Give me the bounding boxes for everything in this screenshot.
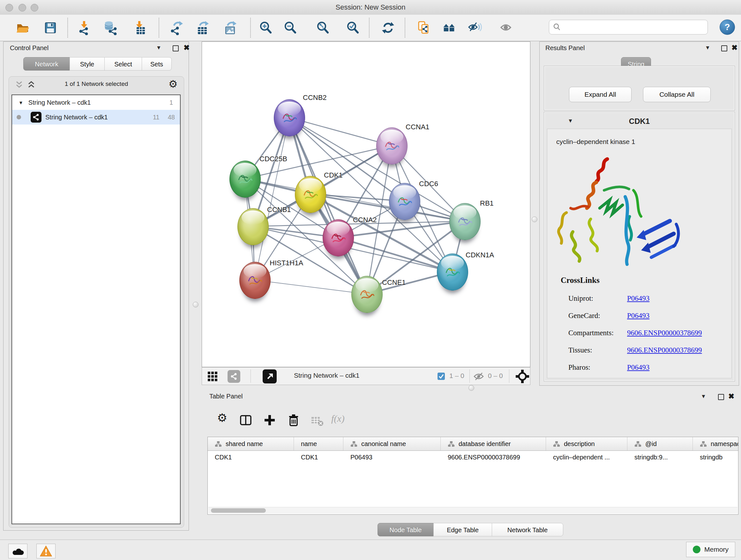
warning-icon[interactable] bbox=[37, 544, 56, 558]
network-row-selected[interactable]: String Network – cdk1 11 48 bbox=[12, 110, 180, 125]
collection-label: String Network – cdk1 bbox=[28, 99, 91, 106]
column-header-shared-name[interactable]: shared name bbox=[208, 437, 294, 450]
network-edge[interactable] bbox=[255, 280, 367, 294]
tab-style[interactable]: Style bbox=[70, 57, 105, 71]
help-icon[interactable]: ? bbox=[720, 19, 735, 35]
network-node-ccna2[interactable] bbox=[323, 219, 354, 256]
network-share-button-icon[interactable] bbox=[227, 370, 240, 383]
save-session-icon[interactable] bbox=[43, 20, 58, 35]
table-row[interactable]: CDK1CDK1P064939606.ENSP00000378699cyclin… bbox=[208, 451, 738, 463]
column-header-description[interactable]: description bbox=[546, 437, 627, 450]
export-image-icon[interactable] bbox=[223, 20, 238, 35]
collection-expand-icon[interactable]: ▼ bbox=[18, 100, 23, 105]
memory-button[interactable]: Memory bbox=[686, 542, 735, 557]
show-column-icon[interactable] bbox=[239, 413, 253, 427]
function-builder-icon[interactable]: f(x) bbox=[331, 413, 345, 424]
zoom-in-icon[interactable] bbox=[259, 20, 273, 35]
tab-sets[interactable]: Sets bbox=[142, 57, 172, 71]
tab-edge-table[interactable]: Edge Table bbox=[433, 523, 492, 537]
network-status-dot-icon bbox=[17, 115, 21, 119]
table-cell[interactable]: cyclin–dependent ... bbox=[546, 451, 627, 463]
network-node-ccnb1[interactable] bbox=[238, 208, 269, 245]
search-input[interactable] bbox=[561, 23, 704, 31]
import-network-database-icon[interactable] bbox=[104, 20, 118, 35]
column-header-name[interactable]: name bbox=[294, 437, 343, 450]
network-view-canvas[interactable]: CCNB2CCNA1CDC25BCDK1CDC6RB1CCNB1CCNA2CDK… bbox=[202, 42, 530, 367]
results-panel-close-icon[interactable]: ✖ bbox=[731, 44, 738, 51]
vertical-splitter-grip[interactable] bbox=[193, 302, 199, 307]
table-panel-close-icon[interactable]: ✖ bbox=[728, 393, 734, 399]
table-horizontal-scrollbar[interactable] bbox=[208, 507, 738, 514]
network-node-hist1h1a[interactable] bbox=[239, 262, 271, 299]
selected-checkbox-icon[interactable] bbox=[437, 373, 445, 380]
export-network-icon[interactable] bbox=[170, 20, 184, 35]
table-options-gear-icon[interactable]: ⚙ bbox=[217, 411, 227, 424]
network-node-ccna1[interactable] bbox=[376, 127, 408, 165]
column-header--id[interactable]: @id bbox=[627, 437, 693, 450]
protein-ribbon-thumbnail bbox=[235, 169, 255, 190]
crosslink-value-link[interactable]: P06493 bbox=[627, 312, 650, 320]
zoom-out-icon[interactable] bbox=[283, 20, 298, 35]
two-houses-icon[interactable] bbox=[442, 20, 456, 35]
crosslink-value-link[interactable]: 9606.ENSP00000378699 bbox=[627, 329, 702, 337]
network-node-ccnb2[interactable] bbox=[274, 99, 305, 136]
collapse-all-button[interactable]: Collapse All bbox=[643, 87, 711, 102]
crosslink-value-link[interactable]: P06493 bbox=[627, 294, 650, 302]
vertical-splitter-grip[interactable] bbox=[532, 216, 537, 222]
tab-network-table[interactable]: Network Table bbox=[492, 523, 563, 537]
network-node-cdk1[interactable] bbox=[295, 176, 326, 213]
hidden-eye-slash-icon[interactable] bbox=[473, 372, 485, 381]
delete-column-trash-icon[interactable] bbox=[286, 413, 300, 427]
refresh-icon[interactable] bbox=[381, 20, 395, 35]
scrollbar-thumb[interactable] bbox=[211, 508, 266, 513]
table-panel-menu-icon[interactable]: ▼ bbox=[701, 393, 706, 400]
import-network-file-icon[interactable] bbox=[77, 20, 91, 35]
zoom-selected-icon[interactable] bbox=[346, 20, 360, 35]
hide-eye-slash-icon[interactable] bbox=[468, 20, 482, 35]
results-panel-menu-icon[interactable]: ▼ bbox=[705, 45, 711, 51]
network-collection-row[interactable]: ▼ String Network – cdk1 1 bbox=[12, 95, 180, 110]
table-cell[interactable]: CDK1 bbox=[294, 451, 343, 463]
table-cell[interactable]: stringdb bbox=[693, 451, 738, 463]
network-node-cdc6[interactable] bbox=[389, 183, 420, 220]
column-header-namespace[interactable]: namespace bbox=[693, 437, 738, 450]
column-header-canonical-name[interactable]: canonical name bbox=[343, 437, 441, 450]
control-panel-close-icon[interactable]: ✖ bbox=[184, 44, 190, 51]
add-column-icon[interactable] bbox=[263, 413, 277, 427]
tab-network[interactable]: Network bbox=[23, 57, 70, 71]
table-panel-tabs: Node TableEdge TableNetwork Table bbox=[378, 523, 563, 537]
table-cell[interactable]: CDK1 bbox=[208, 451, 294, 463]
cloud-icon[interactable] bbox=[8, 544, 27, 558]
clone-network-icon[interactable] bbox=[416, 20, 431, 35]
export-table-icon[interactable] bbox=[195, 20, 210, 35]
horizontal-splitter-grip[interactable] bbox=[468, 385, 474, 391]
network-node-cdc25b[interactable] bbox=[229, 161, 261, 198]
network-options-gear-icon[interactable]: ⚙ bbox=[169, 78, 178, 90]
control-panel-menu-icon[interactable]: ▼ bbox=[156, 45, 161, 51]
delete-table-icon[interactable] bbox=[310, 414, 324, 428]
table-cell[interactable]: stringdb:9... bbox=[627, 451, 693, 463]
expand-all-button[interactable]: Expand All bbox=[569, 87, 631, 102]
results-panel-float-icon[interactable] bbox=[721, 45, 727, 51]
table-cell[interactable]: P06493 bbox=[343, 451, 441, 463]
table-cell[interactable]: 9606.ENSP00000378699 bbox=[441, 451, 546, 463]
crosslink-value-link[interactable]: 9606.ENSP00000378699 bbox=[627, 346, 702, 354]
tab-node-table[interactable]: Node Table bbox=[378, 523, 434, 537]
crosslink-value-link[interactable]: P06493 bbox=[627, 363, 650, 371]
control-panel-float-icon[interactable] bbox=[173, 45, 179, 51]
show-eye-icon[interactable] bbox=[499, 20, 514, 35]
open-in-new-window-icon[interactable] bbox=[263, 369, 277, 383]
import-table-file-icon[interactable] bbox=[132, 20, 146, 35]
node-label-ccne1: CCNE1 bbox=[382, 278, 406, 287]
tab-select[interactable]: Select bbox=[105, 57, 142, 71]
column-header-database-identifier[interactable]: database identifier bbox=[441, 437, 546, 450]
network-node-cdkn1a[interactable] bbox=[437, 253, 468, 291]
grid-view-icon[interactable] bbox=[208, 372, 218, 382]
search-box[interactable] bbox=[549, 20, 708, 35]
network-node-rb1[interactable] bbox=[449, 203, 481, 240]
open-session-icon[interactable] bbox=[15, 20, 30, 35]
table-panel-float-icon[interactable] bbox=[718, 394, 724, 400]
zoom-fit-icon[interactable] bbox=[316, 20, 330, 35]
network-node-ccne1[interactable] bbox=[351, 276, 383, 313]
navigator-crosshair-icon[interactable] bbox=[515, 369, 529, 383]
